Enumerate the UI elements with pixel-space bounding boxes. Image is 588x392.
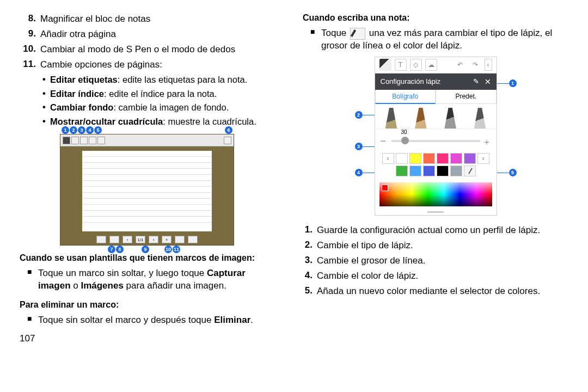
notepad-toolbar — [60, 134, 234, 146]
pen-type-row — [375, 104, 497, 129]
scroll-left-icon[interactable]: ‹ — [382, 153, 394, 164]
tab-predet[interactable]: Predet. — [436, 90, 497, 104]
callout-badge: 5 — [94, 126, 102, 134]
bullet-mark: • — [42, 116, 50, 127]
save-profile-icon[interactable]: ✎ ✕ — [473, 77, 491, 86]
callout-badge: 7 — [108, 246, 115, 253]
shape-tool-icon[interactable] — [89, 137, 96, 144]
section-heading: Cuando se usan plantillas que tienen mar… — [20, 253, 278, 263]
color-swatch[interactable] — [437, 166, 449, 176]
slider-handle[interactable] — [401, 137, 409, 144]
list-item: 8. Magnificar el bloc de notas — [16, 13, 278, 25]
color-swatch[interactable] — [450, 153, 462, 164]
callout-badge: 10 — [164, 246, 172, 253]
undo-tool-icon[interactable] — [97, 137, 105, 144]
list-item: 5. Añada un nuevo color mediante el sele… — [299, 285, 572, 297]
bullet-text: Cambiar fondo: cambie la imagen de fondo… — [50, 102, 278, 113]
callout-badge: 1 — [62, 126, 69, 134]
callout-line — [363, 115, 375, 115]
color-swatch[interactable] — [423, 153, 435, 164]
zoom-tool-icon[interactable] — [109, 236, 119, 243]
section-heading: Cuando escriba una nota: — [303, 13, 572, 23]
color-gradient-picker[interactable] — [379, 182, 492, 206]
scroll-right-icon[interactable]: › — [477, 153, 489, 164]
notepad-screenshot: ‹ 1/1 › + — [60, 134, 234, 246]
bullet-text: Editar etiquetas: edite las etiquetas pa… — [50, 74, 278, 85]
menu-tool-icon[interactable] — [224, 137, 231, 144]
page-number: 107 — [20, 333, 278, 344]
list-item: 9. Añadir otra página — [16, 28, 278, 40]
pen-tool-icon[interactable] — [63, 137, 70, 144]
add-page-icon[interactable]: + — [162, 236, 171, 243]
thickness-slider[interactable]: 30 − ＋ — [375, 129, 497, 151]
ruler-right — [212, 151, 216, 231]
pen-profile-icon[interactable]: ✎ — [473, 77, 479, 85]
thickness-value: 30 — [401, 129, 407, 135]
square-bullet-text: Toque un marco sin soltar, y luego toque… — [38, 267, 278, 292]
eraser-icon[interactable]: ◇ — [410, 59, 422, 71]
plus-icon[interactable]: ＋ — [482, 137, 491, 148]
bullet-mark: • — [42, 102, 50, 113]
image-tool-icon[interactable] — [96, 236, 106, 243]
notepad-figure: 1 2 3 4 5 6 7 8 9 10 11 — [60, 134, 234, 246]
page-options-icon[interactable] — [188, 236, 198, 243]
toolbar-left-group — [63, 137, 105, 144]
callout-badge: 2 — [355, 111, 363, 119]
pen-icon[interactable] — [379, 59, 391, 71]
cloud-icon[interactable]: ☁ — [425, 59, 437, 71]
color-swatch[interactable] — [409, 166, 421, 176]
bottom-toolbar: ‹ 1/1 › + — [96, 236, 198, 243]
eyedropper-icon[interactable] — [464, 166, 476, 176]
list-text: Cambie el color de lápiz. — [317, 270, 572, 282]
list-text: Añada un nuevo color mediante el selecto… — [317, 285, 572, 297]
callout-badge: 5 — [509, 169, 517, 176]
square-bullet-mark: ■ — [27, 267, 38, 292]
color-swatch[interactable] — [396, 153, 408, 164]
pen-type-icon[interactable] — [382, 108, 401, 128]
text-icon[interactable]: T — [395, 59, 407, 71]
color-swatch[interactable] — [396, 166, 408, 176]
square-bullet-item: ■ Toque una vez más para cambiar el tipo… — [310, 27, 572, 52]
callout-line — [363, 173, 375, 173]
list-item: 2. Cambie el tipo de lápiz. — [299, 240, 572, 252]
minus-icon[interactable]: − — [381, 136, 387, 147]
redo-icon[interactable]: ↷ — [469, 59, 481, 71]
square-bullet-mark: ■ — [310, 27, 321, 52]
bullet-item: • Editar etiquetas: edite las etiquetas … — [42, 74, 278, 85]
pen-type-icon[interactable] — [411, 108, 431, 128]
close-icon[interactable]: ✕ — [485, 77, 491, 86]
eraser-tool-icon[interactable] — [71, 137, 79, 144]
callout-badge: 8 — [116, 246, 124, 253]
list-text: Cambie el tipo de lápiz. — [317, 240, 572, 252]
callout-line — [363, 146, 375, 147]
color-swatch[interactable] — [423, 166, 435, 176]
color-swatch[interactable] — [450, 166, 462, 176]
pen-type-icon[interactable] — [470, 108, 489, 128]
list-number: 5. — [299, 285, 313, 297]
color-swatch[interactable] — [437, 153, 449, 164]
collapse-icon[interactable]: ‹ — [485, 59, 492, 71]
color-swatch[interactable] — [409, 153, 421, 164]
list-number: 4. — [299, 270, 313, 282]
prev-page-icon[interactable]: ‹ — [122, 236, 132, 243]
pen-settings-title: Configuración lápiz — [381, 77, 441, 85]
list-text: Cambie opciones de páginas: — [40, 59, 278, 71]
input-mode-icon[interactable] — [175, 236, 185, 243]
undo-icon[interactable]: ↶ — [454, 59, 466, 71]
list-text: Cambiar al modo de S Pen o el modo de de… — [40, 44, 278, 56]
next-page-icon[interactable]: › — [149, 236, 158, 243]
current-color-swatch — [382, 185, 388, 191]
pen-type-icon[interactable] — [440, 108, 460, 128]
bullet-mark: • — [42, 74, 50, 85]
list-text: Magnificar el bloc de notas — [40, 13, 278, 25]
callout-line — [497, 83, 509, 84]
color-swatches: ‹ › — [375, 151, 497, 180]
color-swatch[interactable] — [464, 153, 476, 164]
pen-settings-toolbar: T ◇ ☁ ↶ ↷ ‹ — [375, 57, 497, 74]
tab-boligrafo[interactable]: Bolígrafo — [375, 90, 436, 104]
drag-handle-icon[interactable] — [375, 210, 497, 215]
note-paper[interactable] — [82, 151, 212, 231]
text-tool-icon[interactable] — [80, 137, 88, 144]
bullet-mark: • — [42, 88, 50, 100]
ruler-left — [78, 151, 82, 231]
